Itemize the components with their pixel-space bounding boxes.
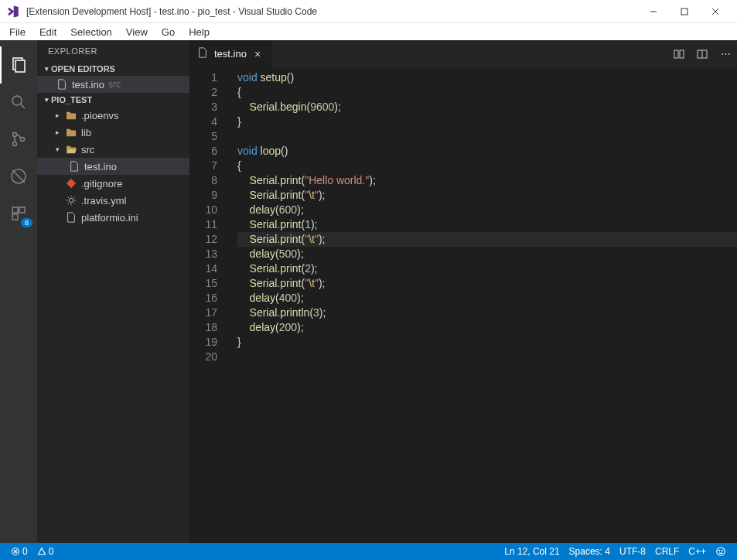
svg-rect-1 bbox=[681, 9, 688, 15]
tree-folder-lib[interactable]: ▸ lib bbox=[37, 124, 189, 141]
file-icon bbox=[65, 212, 77, 223]
editor-layout-icon[interactable] bbox=[691, 40, 714, 67]
folder-icon bbox=[65, 128, 77, 137]
activity-scm[interactable] bbox=[0, 121, 37, 158]
project-name: PIO_TEST bbox=[51, 95, 92, 104]
tree-folder-pioenvs[interactable]: ▸ .pioenvs bbox=[37, 107, 189, 124]
tree-label: .pioenvs bbox=[81, 110, 118, 121]
svg-line-12 bbox=[12, 170, 25, 183]
status-errors[interactable]: 0 bbox=[6, 543, 32, 560]
chevron-right-icon: ▸ bbox=[56, 111, 65, 119]
code-editor[interactable]: 1234567891011121314151617181920 void set… bbox=[189, 67, 737, 543]
svg-rect-17 bbox=[674, 50, 678, 58]
open-editors-header[interactable]: ▾ OPEN EDITORS bbox=[37, 62, 189, 76]
more-actions-icon[interactable]: ⋯ bbox=[714, 40, 737, 67]
maximize-button[interactable] bbox=[669, 0, 700, 23]
menu-selection[interactable]: Selection bbox=[64, 25, 118, 39]
svg-rect-5 bbox=[15, 60, 25, 72]
status-bar: 0 0 Ln 12, Col 21 Spaces: 4 UTF-8 CRLF C… bbox=[0, 543, 737, 560]
extensions-badge: 8 bbox=[21, 218, 32, 227]
svg-line-7 bbox=[21, 104, 25, 108]
status-encoding[interactable]: UTF-8 bbox=[615, 543, 650, 560]
chevron-down-icon: ▾ bbox=[42, 65, 51, 73]
line-gutter: 1234567891011121314151617181920 bbox=[189, 67, 230, 543]
code-content[interactable]: void setup(){ Serial.begin(9600);}void l… bbox=[230, 67, 737, 543]
editor-tab[interactable]: test.ino × bbox=[189, 40, 271, 67]
workbench: 8 EXPLORER ▾ OPEN EDITORS test.ino src ▾… bbox=[0, 40, 737, 543]
folder-open-icon bbox=[65, 145, 77, 154]
tree-file-test-ino[interactable]: test.ino bbox=[37, 158, 189, 175]
svg-point-24 bbox=[717, 548, 725, 556]
minimize-button[interactable] bbox=[638, 0, 669, 23]
open-editors-label: OPEN EDITORS bbox=[51, 64, 115, 73]
menu-bar: File Edit Selection View Go Help bbox=[0, 23, 737, 40]
svg-rect-14 bbox=[19, 207, 25, 213]
status-warnings[interactable]: 0 bbox=[32, 543, 59, 560]
tree-label: .travis.yml bbox=[81, 195, 127, 207]
explorer-sidebar: EXPLORER ▾ OPEN EDITORS test.ino src ▾ P… bbox=[37, 40, 189, 543]
menu-edit[interactable]: Edit bbox=[33, 25, 63, 39]
activity-search[interactable] bbox=[0, 84, 37, 121]
status-eol[interactable]: CRLF bbox=[650, 543, 684, 560]
status-spaces[interactable]: Spaces: 4 bbox=[565, 543, 615, 560]
tree-file-gitignore[interactable]: .gitignore bbox=[37, 175, 189, 192]
chevron-down-icon: ▾ bbox=[42, 96, 51, 104]
file-icon bbox=[68, 161, 80, 172]
open-editor-item[interactable]: test.ino src bbox=[37, 76, 189, 93]
file-icon bbox=[197, 47, 210, 60]
project-header[interactable]: ▾ PIO_TEST bbox=[37, 93, 189, 107]
tree-label: lib bbox=[81, 127, 91, 138]
sidebar-title: EXPLORER bbox=[37, 40, 189, 62]
svg-point-6 bbox=[12, 96, 22, 105]
svg-point-25 bbox=[719, 550, 720, 551]
tab-label: test.ino bbox=[214, 48, 247, 60]
status-feedback-icon[interactable] bbox=[711, 543, 731, 560]
menu-go[interactable]: Go bbox=[155, 25, 181, 39]
menu-view[interactable]: View bbox=[120, 25, 154, 39]
window-title-bar: [Extension Development Host] - test.ino … bbox=[0, 0, 737, 23]
svg-rect-15 bbox=[12, 214, 18, 220]
chevron-right-icon: ▸ bbox=[56, 128, 65, 136]
close-tab-icon[interactable]: × bbox=[251, 48, 264, 60]
menu-file[interactable]: File bbox=[3, 25, 32, 39]
menu-help[interactable]: Help bbox=[183, 25, 216, 39]
svg-point-9 bbox=[13, 142, 17, 146]
svg-rect-13 bbox=[12, 207, 18, 213]
svg-point-26 bbox=[722, 550, 722, 551]
tree-file-platformio[interactable]: platformio.ini bbox=[37, 209, 189, 226]
gear-icon bbox=[65, 195, 77, 206]
git-icon bbox=[65, 178, 77, 189]
activity-explorer[interactable] bbox=[0, 46, 37, 84]
vscode-icon bbox=[6, 5, 20, 19]
tree-label: src bbox=[81, 144, 94, 155]
folder-icon bbox=[65, 111, 77, 120]
svg-point-8 bbox=[13, 133, 17, 137]
tree-file-travis[interactable]: .travis.yml bbox=[37, 192, 189, 209]
chevron-down-icon: ▾ bbox=[56, 145, 65, 153]
file-icon bbox=[56, 79, 68, 90]
tree-folder-src[interactable]: ▾ src bbox=[37, 141, 189, 158]
tree-label: test.ino bbox=[84, 161, 117, 172]
svg-point-10 bbox=[21, 138, 25, 142]
open-editor-name: test.ino bbox=[72, 79, 104, 90]
tree-label: platformio.ini bbox=[81, 212, 138, 224]
editor-area: test.ino × ⋯ 123456789101112131415161718… bbox=[189, 40, 737, 543]
split-editor-icon[interactable] bbox=[667, 40, 691, 67]
close-window-button[interactable] bbox=[700, 0, 731, 23]
status-line-col[interactable]: Ln 12, Col 21 bbox=[500, 543, 564, 560]
activity-extensions[interactable]: 8 bbox=[0, 195, 37, 232]
activity-bar: 8 bbox=[0, 40, 37, 543]
svg-point-16 bbox=[69, 198, 73, 202]
open-editor-path: src bbox=[108, 79, 121, 90]
svg-rect-18 bbox=[680, 50, 684, 58]
tree-label: .gitignore bbox=[81, 178, 122, 190]
tab-bar: test.ino × ⋯ bbox=[189, 40, 737, 67]
window-title-text: [Extension Development Host] - test.ino … bbox=[26, 6, 317, 17]
activity-debug[interactable] bbox=[0, 158, 37, 195]
status-language[interactable]: C++ bbox=[684, 543, 711, 560]
